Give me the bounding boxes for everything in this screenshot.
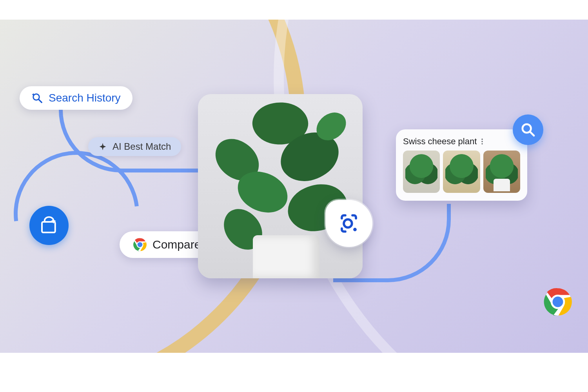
result-thumbnail[interactable] xyxy=(443,151,480,193)
ai-best-match-chip[interactable]: AI Best Match xyxy=(88,137,181,156)
sparkle-search-icon xyxy=(31,92,43,104)
svg-line-1 xyxy=(39,100,42,103)
lens-icon xyxy=(337,211,361,236)
promo-stage: Search History AI Best Match xyxy=(0,20,588,353)
chrome-logo xyxy=(543,287,573,317)
search-history-label: Search History xyxy=(49,92,121,104)
svg-line-12 xyxy=(530,132,534,136)
plant-image xyxy=(198,94,363,278)
search-history-chip[interactable]: Search History xyxy=(20,86,132,110)
lens-photo-card[interactable] xyxy=(198,94,363,278)
result-thumbnail[interactable] xyxy=(483,151,520,193)
svg-point-7 xyxy=(353,228,357,231)
ai-shopping-badge[interactable] xyxy=(29,206,69,245)
svg-rect-2 xyxy=(42,222,55,232)
result-title: Swiss cheese plant xyxy=(403,136,477,147)
svg-point-6 xyxy=(344,220,352,228)
magnifier-icon xyxy=(520,122,536,138)
result-thumbnail[interactable] xyxy=(403,151,440,193)
svg-point-9 xyxy=(482,141,483,142)
svg-point-8 xyxy=(482,139,483,140)
lens-button[interactable] xyxy=(325,200,372,247)
chrome-icon xyxy=(133,238,147,252)
more-icon[interactable] xyxy=(479,138,485,145)
sparkle-icon xyxy=(98,142,107,151)
shopping-ai-icon xyxy=(38,215,60,236)
ai-best-match-label: AI Best Match xyxy=(113,141,171,152)
search-badge[interactable] xyxy=(513,114,543,145)
result-thumbnails xyxy=(403,151,520,193)
visual-search-result-card[interactable]: Swiss cheese plant xyxy=(396,129,527,201)
svg-point-10 xyxy=(482,143,483,144)
compare-label: Compare xyxy=(152,238,201,251)
